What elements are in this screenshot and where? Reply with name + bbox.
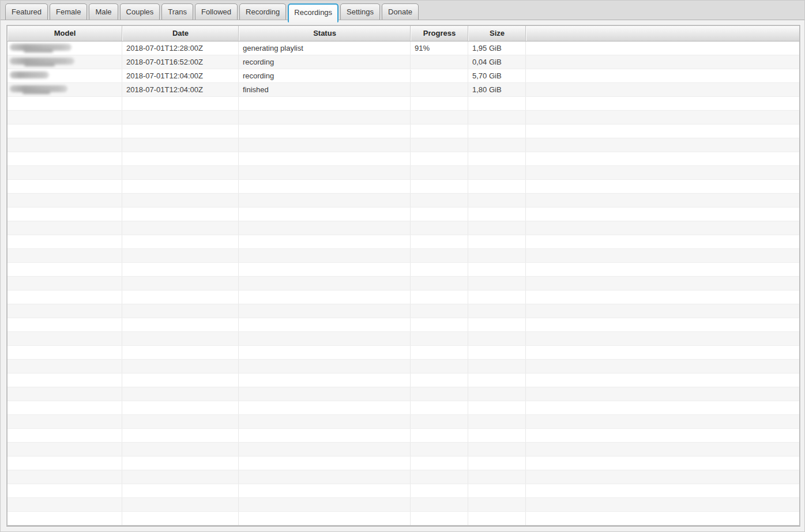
table-row-empty[interactable] <box>7 152 799 166</box>
table-row[interactable]: 2018-07-01T16:52:00Zrecording0,04 GiB <box>7 55 799 69</box>
cell-date <box>122 484 239 497</box>
cell-date <box>122 318 239 331</box>
table-row-empty[interactable] <box>7 124 799 138</box>
table-row-empty[interactable] <box>7 443 799 456</box>
table-row-empty[interactable] <box>7 401 799 415</box>
tab-donate[interactable]: Donate <box>382 3 419 20</box>
cell-date <box>122 429 239 442</box>
cell-date: 2018-07-01T12:28:00Z <box>122 41 239 55</box>
cell-date <box>122 304 239 318</box>
table-row-empty[interactable] <box>7 138 799 152</box>
tab-couples[interactable]: Couples <box>120 3 160 20</box>
cell-size <box>468 443 526 456</box>
table-row-empty[interactable] <box>7 207 799 221</box>
table-row-empty[interactable] <box>7 456 799 470</box>
cell-status <box>239 415 411 428</box>
cell-size <box>468 97 526 110</box>
cell-size <box>468 249 526 262</box>
table-row-empty[interactable] <box>7 332 799 346</box>
cell-model <box>7 484 122 497</box>
table-row-empty[interactable] <box>7 111 799 124</box>
cell-size <box>468 318 526 331</box>
table-row-empty[interactable] <box>7 360 799 373</box>
table-row-empty[interactable] <box>7 387 799 401</box>
cell-progress <box>411 180 468 193</box>
table-row-empty[interactable] <box>7 263 799 277</box>
table-row-empty[interactable] <box>7 484 799 498</box>
cell-progress <box>411 304 468 318</box>
cell-progress <box>411 318 468 331</box>
table-row-empty[interactable] <box>7 304 799 318</box>
cell-date <box>122 415 239 428</box>
cell-date <box>122 124 239 138</box>
cell-filler <box>526 401 799 414</box>
cell-model <box>7 221 122 235</box>
tab-female[interactable]: Female <box>50 3 87 20</box>
cell-model <box>7 318 122 331</box>
cell-progress <box>411 401 468 414</box>
tab-label: Recording <box>246 7 280 16</box>
tab-recording[interactable]: Recording <box>239 3 286 20</box>
cell-progress <box>411 194 468 207</box>
cell-filler <box>526 207 799 221</box>
column-header-model[interactable]: Model <box>7 26 122 41</box>
column-header-progress[interactable]: Progress <box>411 26 468 41</box>
cell-date <box>122 180 239 193</box>
column-header-size[interactable]: Size <box>468 26 526 41</box>
column-header-status[interactable]: Status <box>239 26 411 41</box>
table-row-empty[interactable] <box>7 498 799 512</box>
tab-label: Male <box>95 7 111 16</box>
cell-date <box>122 166 239 179</box>
table-row-empty[interactable] <box>7 194 799 207</box>
cell-filler <box>526 346 799 359</box>
table-row[interactable]: 2018-07-01T12:28:00Zgenerating playlist9… <box>7 41 799 55</box>
table-row-empty[interactable] <box>7 180 799 194</box>
cell-model <box>7 69 122 82</box>
tab-settings[interactable]: Settings <box>340 3 380 20</box>
cell-status <box>239 290 411 304</box>
cell-model <box>7 138 122 152</box>
cell-date <box>122 332 239 345</box>
cell-filler <box>526 152 799 165</box>
table-row-empty[interactable] <box>7 249 799 263</box>
cell-progress: 91% <box>411 41 468 55</box>
cell-filler <box>526 41 799 55</box>
cell-filler <box>526 387 799 401</box>
table-row-empty[interactable] <box>7 277 799 290</box>
column-header-date[interactable]: Date <box>122 26 239 41</box>
cell-size <box>468 470 526 484</box>
table-row-empty[interactable] <box>7 373 799 387</box>
tab-followed[interactable]: Followed <box>195 3 238 20</box>
cell-model <box>7 263 122 276</box>
cell-filler <box>526 180 799 193</box>
cell-date <box>122 456 239 470</box>
cell-date <box>122 443 239 456</box>
table-row[interactable]: 2018-07-01T12:04:00Zrecording5,70 GiB <box>7 69 799 83</box>
table-row-empty[interactable] <box>7 221 799 235</box>
cell-size: 5,70 GiB <box>468 69 526 82</box>
cell-status <box>239 470 411 484</box>
cell-filler <box>526 290 799 304</box>
table-row-empty[interactable] <box>7 346 799 360</box>
cell-size <box>468 373 526 387</box>
cell-date: 2018-07-01T16:52:00Z <box>122 55 239 69</box>
table-row[interactable]: 2018-07-01T12:04:00Zfinished1,80 GiB <box>7 83 799 97</box>
tab-trans[interactable]: Trans <box>161 3 193 20</box>
tab-recordings[interactable]: Recordings <box>288 3 338 22</box>
table-row-empty[interactable] <box>7 235 799 249</box>
cell-size <box>468 429 526 442</box>
tab-featured[interactable]: Featured <box>5 3 48 20</box>
table-row-empty[interactable] <box>7 415 799 429</box>
table-row-empty[interactable] <box>7 318 799 332</box>
table-row-empty[interactable] <box>7 166 799 180</box>
table-row-empty[interactable] <box>7 470 799 484</box>
table-row-empty[interactable] <box>7 290 799 304</box>
table-row-empty[interactable] <box>7 429 799 443</box>
cell-date <box>122 207 239 221</box>
cell-size <box>468 138 526 152</box>
cell-size <box>468 111 526 124</box>
table-row-empty[interactable] <box>7 97 799 111</box>
cell-size: 0,04 GiB <box>468 55 526 69</box>
tab-male[interactable]: Male <box>89 3 118 20</box>
table-row-empty[interactable] <box>7 512 799 526</box>
